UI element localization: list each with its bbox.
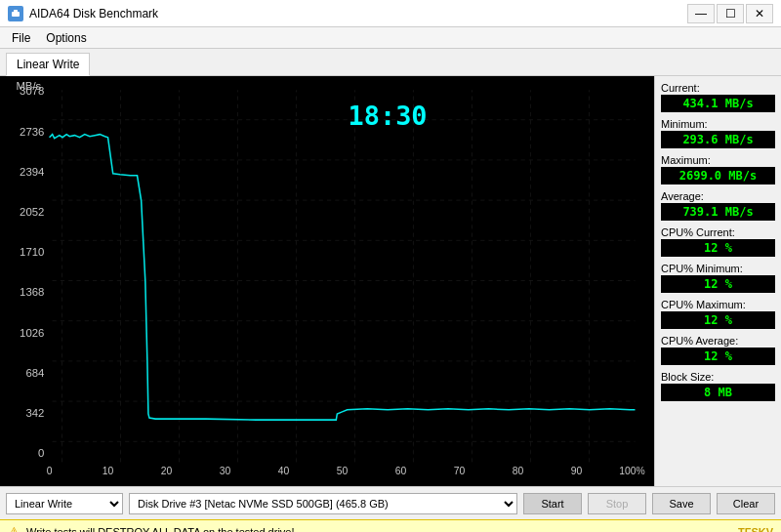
svg-text:0: 0: [47, 466, 53, 476]
start-button[interactable]: Start: [523, 493, 582, 514]
right-panel: Current: 434.1 MB/s Minimum: 293.6 MB/s …: [654, 76, 781, 486]
svg-text:342: 342: [25, 407, 44, 419]
average-value: 739.1 MB/s: [661, 203, 775, 221]
svg-text:2052: 2052: [20, 206, 44, 218]
watermark: TFSKV: [738, 526, 773, 533]
cpu-minimum-value: 12 %: [661, 275, 775, 293]
svg-text:80: 80: [513, 466, 524, 476]
window-controls[interactable]: — ☐ ✕: [687, 4, 773, 23]
stop-button[interactable]: Stop: [588, 493, 646, 514]
app-title: AIDA64 Disk Benchmark: [29, 7, 158, 20]
svg-text:90: 90: [571, 466, 583, 476]
svg-text:50: 50: [337, 466, 349, 476]
title-bar: AIDA64 Disk Benchmark — ☐ ✕: [0, 0, 781, 27]
warning-icon: ⚠: [8, 524, 21, 533]
svg-text:684: 684: [25, 367, 44, 379]
cpu-average-value: 12 %: [661, 348, 775, 365]
svg-text:2736: 2736: [20, 126, 44, 138]
chart-area: 3078 2736 2394 2052 1710 1368 1026 684 3…: [0, 76, 654, 486]
cpu-maximum-stat: CPU% Maximum: 12 %: [661, 299, 775, 329]
save-button[interactable]: Save: [652, 493, 711, 514]
mode-selector[interactable]: Linear Write: [6, 493, 123, 514]
block-size-stat: Block Size: 8 MB: [661, 371, 775, 401]
main-content: 3078 2736 2394 2052 1710 1368 1026 684 3…: [0, 76, 781, 486]
minimize-button[interactable]: —: [687, 4, 715, 23]
svg-text:40: 40: [278, 466, 290, 476]
svg-text:2394: 2394: [20, 166, 44, 178]
svg-text:10: 10: [103, 466, 114, 476]
average-stat: Average: 739.1 MB/s: [661, 190, 775, 221]
menu-options[interactable]: Options: [38, 29, 94, 47]
minimum-value: 293.6 MB/s: [661, 131, 775, 148]
current-stat: Current: 434.1 MB/s: [661, 82, 775, 112]
current-value: 434.1 MB/s: [661, 95, 775, 112]
cpu-minimum-stat: CPU% Minimum: 12 %: [661, 263, 775, 293]
close-button[interactable]: ✕: [746, 4, 773, 23]
svg-text:MB/s: MB/s: [16, 80, 41, 92]
maximum-stat: Maximum: 2699.0 MB/s: [661, 154, 775, 184]
svg-text:0: 0: [38, 447, 44, 459]
cpu-maximum-value: 12 %: [661, 311, 775, 329]
bottom-controls: Linear Write Disk Drive #3 [Netac NVMe S…: [0, 486, 781, 519]
svg-rect-2: [14, 10, 18, 12]
svg-text:18:30: 18:30: [349, 101, 428, 131]
cpu-current-value: 12 %: [661, 239, 775, 257]
app-icon: [8, 6, 23, 21]
svg-text:20: 20: [161, 466, 173, 476]
drive-selector[interactable]: Disk Drive #3 [Netac NVMe SSD 500GB] (46…: [129, 493, 517, 514]
svg-text:70: 70: [454, 466, 466, 476]
maximize-button[interactable]: ☐: [717, 4, 744, 23]
tab-linear-write[interactable]: Linear Write: [6, 53, 90, 76]
svg-text:60: 60: [395, 466, 407, 476]
svg-text:1368: 1368: [20, 286, 44, 298]
svg-text:30: 30: [220, 466, 231, 476]
maximum-value: 2699.0 MB/s: [661, 167, 775, 184]
block-size-value: 8 MB: [661, 384, 775, 401]
minimum-stat: Minimum: 293.6 MB/s: [661, 118, 775, 148]
warning-text: Write tests will DESTROY ALL DATA on the…: [26, 526, 295, 533]
menu-file[interactable]: File: [4, 29, 38, 47]
svg-rect-7: [50, 90, 636, 462]
svg-text:1026: 1026: [20, 327, 44, 339]
svg-text:100%: 100%: [619, 466, 644, 476]
benchmark-chart: 3078 2736 2394 2052 1710 1368 1026 684 3…: [4, 80, 650, 482]
svg-rect-1: [12, 12, 20, 17]
warning-bar: ⚠ Write tests will DESTROY ALL DATA on t…: [0, 519, 781, 532]
clear-button[interactable]: Clear: [717, 493, 775, 514]
svg-text:1710: 1710: [20, 246, 44, 258]
cpu-current-stat: CPU% Current: 12 %: [661, 226, 775, 257]
tab-bar: Linear Write: [0, 49, 781, 76]
menu-bar: File Options: [0, 27, 781, 49]
cpu-average-stat: CPU% Average: 12 %: [661, 335, 775, 365]
